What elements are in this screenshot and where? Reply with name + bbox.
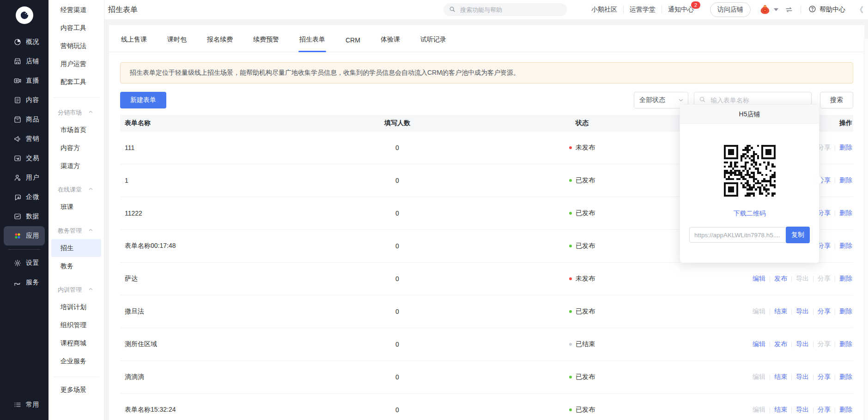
status-dot-icon xyxy=(569,343,572,346)
tab-2[interactable]: 报名续费 xyxy=(206,36,234,52)
link-community[interactable]: 小鹅社区 xyxy=(585,6,623,14)
new-form-button[interactable]: 新建表单 xyxy=(120,92,166,108)
sidebar-item-settings[interactable]: 设置 xyxy=(4,253,45,273)
subnav-item-channel-provider[interactable]: 渠道方 xyxy=(51,157,101,175)
action-share[interactable]: 分享 xyxy=(818,242,831,250)
sidebar-item-goods[interactable]: 商品 xyxy=(4,110,45,129)
visit-shop-button[interactable]: 访问店铺 xyxy=(710,2,751,17)
search-button[interactable]: 搜索 xyxy=(820,92,853,108)
action-share[interactable]: 分享 xyxy=(818,373,831,381)
action-end[interactable]: 结束 xyxy=(774,307,787,316)
action-delete[interactable]: 删除 xyxy=(839,242,852,250)
copy-button[interactable]: 复制 xyxy=(786,227,810,243)
brand-logo-icon[interactable] xyxy=(16,6,33,24)
download-qr-link[interactable]: 下载二维码 xyxy=(680,210,819,218)
form-name-cell: 1 xyxy=(120,177,320,184)
link-notifications[interactable]: 通知中心2 xyxy=(662,6,700,14)
subnav-item-academic[interactable]: 教务 xyxy=(51,257,101,275)
subnav-item-content-tools[interactable]: 内容工具 xyxy=(51,19,101,37)
action-export[interactable]: 导出 xyxy=(796,373,809,381)
action-share[interactable]: 分享 xyxy=(818,275,831,283)
tab-4[interactable]: 招生表单 xyxy=(298,36,326,52)
action-delete[interactable]: 删除 xyxy=(839,340,852,348)
sidebar-item-trade[interactable]: 交易 xyxy=(4,149,45,168)
help-center[interactable]: 帮助中心 xyxy=(808,5,845,14)
shop-url-input[interactable] xyxy=(689,227,787,243)
sidebar-item-shop[interactable]: 店铺 xyxy=(4,52,45,71)
subnav-item-course-mall[interactable]: 课程商城 xyxy=(51,334,101,352)
subnav-item-content-provider[interactable]: 内容方 xyxy=(51,139,101,157)
action-share[interactable]: 分享 xyxy=(818,144,831,152)
sidebar-item-label: 店铺 xyxy=(26,57,39,66)
sidebar-item-content[interactable]: 内容 xyxy=(4,90,45,110)
action-export[interactable]: 导出 xyxy=(796,275,809,283)
action-publish[interactable]: 发布 xyxy=(774,275,787,283)
collapse-panel-icon[interactable]: 《 xyxy=(856,5,862,15)
tab-5[interactable]: CRM xyxy=(345,36,361,52)
action-edit[interactable]: 编辑 xyxy=(753,275,765,283)
action-delete[interactable]: 删除 xyxy=(839,176,852,185)
action-delete[interactable]: 删除 xyxy=(839,209,852,217)
vertical-scrollbar[interactable] xyxy=(864,39,868,420)
tab-0[interactable]: 线上售课 xyxy=(120,36,148,52)
sidebar-item-user[interactable]: 用户 xyxy=(4,168,45,187)
action-share[interactable]: 分享 xyxy=(818,209,831,217)
overview-icon xyxy=(13,38,22,46)
action-share[interactable]: 分享 xyxy=(818,307,831,316)
subnav-divider xyxy=(53,97,99,98)
subnav-item-user-operation[interactable]: 用户运营 xyxy=(51,55,101,73)
action-edit[interactable]: 编辑 xyxy=(753,406,765,414)
subnav-item-supporting-tools[interactable]: 配套工具 xyxy=(51,73,101,91)
subnav-section-internal-training[interactable]: 内训管理 xyxy=(49,282,104,298)
action-export[interactable]: 导出 xyxy=(796,307,809,316)
subnav-item-org-management[interactable]: 组织管理 xyxy=(51,316,101,334)
action-delete[interactable]: 删除 xyxy=(839,275,852,283)
tab-3[interactable]: 续费预警 xyxy=(252,36,280,52)
link-academy[interactable]: 运营学堂 xyxy=(623,6,662,14)
sidebar-item-apps[interactable]: 应用 xyxy=(4,226,45,246)
action-share[interactable]: 分享 xyxy=(818,406,831,414)
action-share[interactable]: 分享 xyxy=(818,340,831,348)
subnav-item-market-home[interactable]: 市场首页 xyxy=(51,121,101,139)
global-search[interactable] xyxy=(443,3,567,16)
tab-6[interactable]: 体验课 xyxy=(380,36,401,52)
action-delete[interactable]: 删除 xyxy=(839,307,852,316)
action-delete[interactable]: 删除 xyxy=(839,373,852,381)
global-search-input[interactable] xyxy=(459,6,561,14)
action-end[interactable]: 结束 xyxy=(774,406,787,414)
tab-7[interactable]: 试听记录 xyxy=(419,36,447,52)
sidebar-item-data[interactable]: 数据 xyxy=(4,207,45,226)
form-name-search-input[interactable] xyxy=(710,96,807,104)
sidebar-item-frequent[interactable]: 常用 xyxy=(4,395,45,414)
subnav-section-distribution-market[interactable]: 分销市场 xyxy=(49,104,104,121)
action-edit[interactable]: 编辑 xyxy=(753,340,765,348)
sidebar-item-overview[interactable]: 概况 xyxy=(4,32,45,52)
switch-account-icon[interactable] xyxy=(785,6,793,14)
subnav-item-training-plan[interactable]: 培训计划 xyxy=(51,298,101,316)
sidebar-item-qiwei[interactable]: 企微 xyxy=(4,187,45,207)
action-export[interactable]: 导出 xyxy=(796,406,809,414)
sidebar-item-service[interactable]: 服务 xyxy=(4,273,45,292)
action-edit[interactable]: 编辑 xyxy=(753,373,765,381)
action-edit[interactable]: 编辑 xyxy=(753,307,765,316)
subnav-item-marketing-play[interactable]: 营销玩法 xyxy=(51,37,101,55)
status-label: 已发布 xyxy=(576,176,595,185)
action-delete[interactable]: 删除 xyxy=(839,144,852,152)
action-export[interactable]: 导出 xyxy=(796,340,809,348)
subnav-item-class-course[interactable]: 班课 xyxy=(51,198,101,216)
subnav-section-online-classroom[interactable]: 在线课堂 xyxy=(49,181,104,198)
subnav-item-business-channels[interactable]: 经营渠道 xyxy=(51,1,101,19)
action-end[interactable]: 结束 xyxy=(774,373,787,381)
subnav-item-enrollment[interactable]: 招生 xyxy=(51,239,101,257)
action-delete[interactable]: 删除 xyxy=(839,406,852,414)
sidebar-item-marketing[interactable]: 营销 xyxy=(4,129,45,149)
action-publish[interactable]: 发布 xyxy=(774,340,787,348)
subnav-section-academic-management[interactable]: 教务管理 xyxy=(49,222,104,239)
avatar[interactable] xyxy=(759,3,771,17)
account-menu[interactable] xyxy=(759,3,778,17)
sidebar-item-live[interactable]: 直播 xyxy=(4,71,45,90)
subnav-item-enterprise-service[interactable]: 企业服务 xyxy=(51,352,101,370)
status-cell: 未发布 xyxy=(475,144,689,152)
tab-1[interactable]: 课时包 xyxy=(166,36,188,52)
subnav-item-more-scenes[interactable]: 更多场景 xyxy=(51,381,101,399)
